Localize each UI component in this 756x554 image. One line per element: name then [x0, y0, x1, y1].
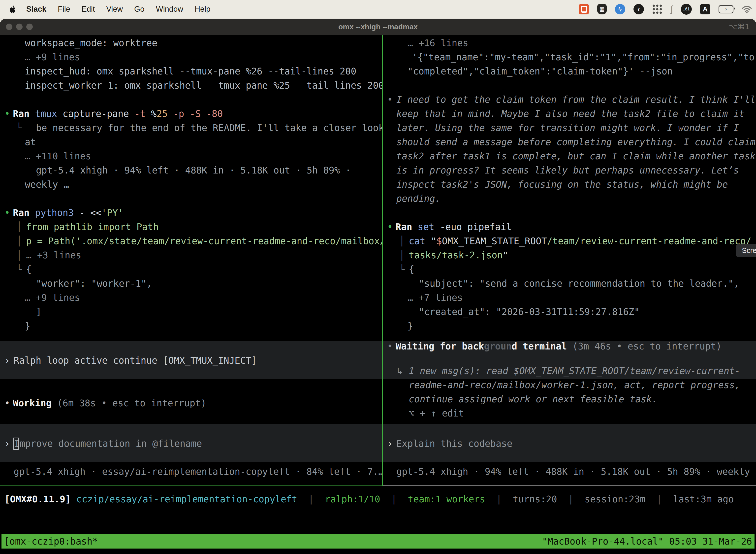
terminal-row: keep that in mind. Maybe I also need the…: [383, 107, 756, 121]
terminal-row: │cat "$OMX_TEAM_STATE_ROOT/team/review-c…: [383, 234, 756, 248]
text-segment: •: [387, 220, 393, 234]
assistant-a-icon[interactable]: A: [700, 4, 710, 14]
text-segment: tmux: [35, 108, 63, 119]
text-segment: /team/review-current-readme-and-reco/: [547, 236, 751, 246]
terminal-row: •Ran tmux capture-pane -t %25 -p -S -80: [0, 107, 382, 121]
text-segment: $: [436, 236, 442, 246]
terminal-row: │… +3 lines: [0, 248, 382, 262]
right-pane[interactable]: … +16 lines'{"team_name":"my-team","task…: [383, 35, 756, 486]
left-pane[interactable]: workspace_mode: worktree… +9 linesinspec…: [0, 35, 382, 486]
tmux-session-label: [omx-cczip0:bash*: [4, 536, 98, 547]
menu-item-help[interactable]: Help: [195, 5, 210, 14]
terminal-row: }: [0, 319, 382, 333]
terminal-row: pending.: [383, 191, 756, 206]
text-segment: continue assigned work or next feasible …: [409, 394, 657, 404]
menu-item-file[interactable]: File: [58, 5, 70, 14]
text-segment: -euo pipefail: [440, 222, 512, 232]
screenshot-chat-icon[interactable]: [579, 4, 589, 14]
battery-icon[interactable]: ⚡: [718, 5, 734, 13]
terminal-row: at: [0, 135, 382, 149]
terminal-content[interactable]: workspace_mode: worktree… +9 linesinspec…: [0, 35, 756, 554]
dots-grid-icon[interactable]: [652, 4, 663, 14]
terminal-row: inspect_worker-1: omx sparkshell --tmux-…: [0, 78, 382, 93]
window-shortcut: ⌥⌘1: [729, 19, 750, 35]
text-segment: •: [387, 93, 393, 107]
text-segment: keep that in mind. Maybe I also need the…: [396, 108, 744, 119]
terminal-row: └be necessary for the end of the README.…: [0, 121, 382, 135]
text-segment: gpt-5.4 xhigh · 94% left · 488K in · 5.1…: [36, 165, 351, 176]
text-segment: 25: [156, 108, 173, 119]
text-segment: later. Using the same for transition mig…: [396, 123, 739, 133]
text-segment: |: [297, 494, 325, 505]
text-segment: … +9 lines: [25, 52, 80, 63]
terminal-row: ›Explain this codebase: [383, 437, 756, 451]
k-circle-icon[interactable]: ‹: [633, 4, 644, 14]
text-segment: 1 new msg(s): read $OMX_TEAM_STATE_ROOT/…: [409, 366, 740, 376]
text-segment: Ran: [396, 222, 418, 232]
text-segment: |: [485, 494, 513, 505]
menu-item-window[interactable]: Window: [156, 5, 183, 14]
bolt-circle-icon[interactable]: ϟ: [615, 4, 625, 14]
text-segment: }: [25, 321, 30, 331]
menu-item-view[interactable]: View: [106, 5, 123, 14]
text-segment: "worker": "worker-1",: [36, 278, 152, 289]
text-segment: team:1 workers: [408, 494, 485, 505]
terminal-row: │tasks/task-2.json": [383, 248, 756, 262]
terminal-row: '{"team_name":"my-team","task_id":"1","f…: [383, 50, 756, 64]
text-segment: │: [16, 248, 22, 262]
text-segment: inspect_hud: omx sparkshell --tmux-pane …: [25, 66, 357, 77]
text-segment: - <<: [79, 208, 101, 218]
menu-bar-status-icons: ▦ ϟ ‹ ʃ ..61 A ⚡: [579, 0, 752, 18]
menu-item-go[interactable]: Go: [134, 5, 144, 14]
text-segment: Improve documentation in @filename: [14, 438, 202, 449]
window-titlebar[interactable]: omx --xhigh --madmax ⌥⌘1: [0, 19, 756, 35]
terminal-row: gpt-5.4 xhigh · 94% left · 488K in · 5.1…: [0, 163, 382, 177]
left-pane-bottom-border: [0, 486, 382, 486]
wifi-icon[interactable]: [742, 5, 752, 13]
terminal-row: gpt-5.4 xhigh · essay/ai-reimplementatio…: [0, 465, 382, 479]
text-segment: Working: [13, 398, 57, 408]
text-segment: ": [503, 250, 508, 261]
text-segment: cczip/essay/ai-reimplementation-copyleft: [76, 494, 297, 505]
text-segment: 'PY': [101, 208, 123, 218]
text-segment: inspect task2's JSON, focusing on the st…: [396, 179, 728, 190]
pane-divider-vertical[interactable]: [382, 35, 383, 486]
text-segment: {: [26, 264, 32, 275]
text-segment: (3m 46s • esc to interrupt): [572, 341, 721, 352]
text-segment: … +3 lines: [26, 250, 81, 261]
terminal-row: "completed","claim_token":"claim-token"}…: [383, 64, 756, 78]
text-segment: │: [16, 234, 22, 248]
text-segment: |: [645, 494, 673, 505]
text-segment: ›: [4, 353, 10, 368]
terminal-row: •Waiting for background terminal (3m 46s…: [383, 339, 756, 353]
tmux-host-clock: "MacBook-Pro-44.local" 05:03 31-Mar-26: [542, 536, 752, 547]
active-app-name[interactable]: Slack: [26, 5, 46, 14]
terminal-row: ›Improve documentation in @filename: [0, 437, 382, 451]
text-segment: cat: [409, 236, 431, 246]
text-segment: •: [4, 206, 10, 220]
badge-61-icon[interactable]: ..61: [681, 4, 692, 15]
text-segment: '{"team_name":"my-team","task_id":"1","f…: [412, 52, 756, 63]
terminal-row: "subject": "send a concise recommendatio…: [383, 277, 756, 291]
wifi-glyph: [742, 5, 752, 13]
text-segment: should send a message before completing …: [396, 137, 756, 148]
text-segment: [OMX#0.11.9]: [4, 494, 76, 505]
menu-items: FileEditViewGoWindowHelp: [46, 5, 210, 14]
text-segment: Ran: [13, 208, 35, 218]
text-segment: Waiting for back: [396, 341, 484, 352]
text-segment: be necessary for the end of the README. …: [36, 123, 382, 133]
text-segment: {: [409, 264, 414, 275]
text-segment: ⌥ + ↑ edit: [409, 408, 464, 419]
text-cursor: [13, 438, 19, 450]
squiggle-icon[interactable]: ʃ: [671, 4, 673, 14]
text-segment: set: [418, 222, 440, 232]
text-segment: pending.: [396, 193, 441, 204]
apple-menu-icon[interactable]: [9, 5, 16, 13]
terminal-row: ]: [0, 305, 382, 319]
terminal-row: "created_at": "2026-03-31T11:59:27.816Z": [383, 305, 756, 319]
menu-item-edit[interactable]: Edit: [82, 5, 95, 14]
text-segment: -p -S -80: [173, 108, 223, 119]
terminal-row: … +9 lines: [0, 291, 382, 305]
keypad-shield-icon[interactable]: ▦: [597, 4, 607, 14]
text-segment: └: [16, 121, 21, 135]
